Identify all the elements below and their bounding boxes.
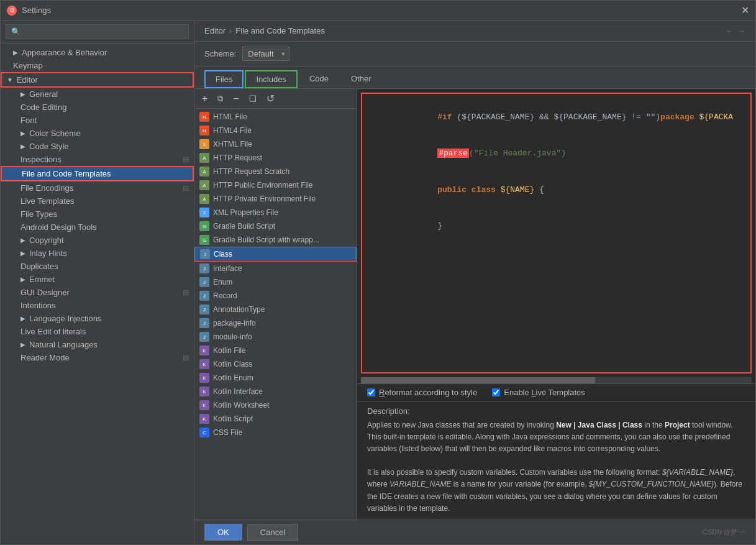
code-scrollbar-thumb[interactable] — [361, 377, 595, 383]
sidebar-item-inspections[interactable]: Inspections ▤ — [1, 153, 194, 166]
sidebar-item-label: Live Templates — [20, 196, 74, 206]
add-button[interactable]: + — [199, 92, 210, 106]
code-scrollbar-track — [361, 377, 752, 383]
file-item-kotlin-class[interactable]: K Kotlin Class — [194, 357, 357, 371]
sidebar-item-general[interactable]: ▶ General — [1, 88, 194, 101]
file-item-package-info[interactable]: J package-info — [194, 316, 357, 330]
interface-icon: J — [199, 263, 209, 273]
sidebar-item-natural-languages[interactable]: ▶ Natural Languages — [1, 338, 194, 351]
file-item-xhtml[interactable]: X XHTML File — [194, 137, 357, 151]
sidebar-item-label: Editor — [17, 75, 38, 85]
remove-button[interactable]: − — [230, 92, 241, 106]
reformat-checkbox[interactable] — [367, 388, 375, 396]
module-info-icon: J — [199, 332, 209, 342]
file-item-label: Kotlin Interface — [213, 387, 263, 396]
reader-mode-icon: ▤ — [183, 354, 189, 362]
sidebar-item-reader-mode[interactable]: Reader Mode ▤ — [1, 351, 194, 364]
tab-other[interactable]: Other — [340, 70, 382, 88]
sidebar-item-code-editing[interactable]: Code Editing — [1, 101, 194, 114]
file-item-label: HTTP Private Environment File — [213, 195, 316, 203]
ok-button[interactable]: OK — [204, 524, 242, 541]
search-input[interactable] — [6, 24, 189, 39]
sidebar-item-keymap[interactable]: Keymap — [1, 59, 194, 72]
gradle-wrapper-icon: G — [199, 235, 209, 245]
sidebar-item-label: Emmet — [29, 275, 55, 284]
file-item-class[interactable]: J Class — [194, 247, 357, 262]
tab-files[interactable]: Files — [204, 70, 244, 88]
http-pub-icon: A — [199, 180, 209, 190]
nav-back-icon[interactable]: ← — [726, 26, 734, 35]
copy-button[interactable]: ⧉ — [215, 93, 225, 105]
annotation-type-icon: J — [199, 305, 209, 314]
tab-code[interactable]: Code — [299, 70, 339, 88]
sidebar-item-code-style[interactable]: ▶ Code Style — [1, 140, 194, 153]
reset-button[interactable]: ↺ — [264, 91, 277, 106]
file-item-module-info[interactable]: J module-info — [194, 330, 357, 344]
file-item-kotlin-file[interactable]: K Kotlin File — [194, 344, 357, 357]
file-item-label: CSS File — [213, 428, 242, 437]
file-item-http-scratch[interactable]: A HTTP Request Scratch — [194, 165, 357, 178]
file-item-label: package-info — [213, 319, 256, 327]
arrow-icon: ▶ — [20, 143, 25, 150]
file-item-gradle-build[interactable]: G Gradle Build Script — [194, 219, 357, 233]
description-title: Description: — [367, 406, 745, 416]
sidebar-item-file-types[interactable]: File Types — [1, 208, 194, 221]
tab-includes[interactable]: Includes — [245, 70, 297, 88]
file-item-label: HTML4 File — [213, 126, 252, 135]
file-item-label: module-info — [213, 332, 252, 341]
sidebar-item-language-injections[interactable]: ▶ Language Injections — [1, 312, 194, 325]
reformat-checkbox-label[interactable]: Reformat according to style — [367, 388, 477, 397]
arrow-icon: ▶ — [13, 49, 18, 56]
file-item-kotlin-enum[interactable]: K Kotlin Enum — [194, 371, 357, 385]
keyword-public: public — [437, 185, 471, 195]
file-item-annotation-type[interactable]: J AnnotationType — [194, 303, 357, 316]
xhtml-file-icon: X — [199, 139, 209, 149]
file-item-gradle-wrapper[interactable]: G Gradle Build Script with wrapp... — [194, 233, 357, 247]
enable-live-label: Enable Live Templates — [504, 388, 585, 397]
enable-live-templates-checkbox[interactable] — [492, 388, 500, 396]
file-item-html4[interactable]: H HTML4 File — [194, 124, 357, 137]
file-item-kotlin-script[interactable]: K Kotlin Script — [194, 412, 357, 426]
file-item-interface[interactable]: J Interface — [194, 262, 357, 275]
sidebar-item-label: File and Code Templates — [22, 169, 111, 178]
file-item-css[interactable]: C CSS File — [194, 426, 357, 439]
sidebar-item-font[interactable]: Font — [1, 114, 194, 127]
sidebar-item-intentions[interactable]: Intentions — [1, 299, 194, 312]
sidebar-item-copyright[interactable]: ▶ Copyright — [1, 234, 194, 247]
sidebar-item-duplicates[interactable]: Duplicates — [1, 260, 194, 273]
sidebar-item-appearance[interactable]: ▶ Appearance & Behavior — [1, 46, 194, 59]
code-line-2: #parse("File Header.java") — [370, 135, 743, 172]
sidebar-item-android-design[interactable]: Android Design Tools — [1, 221, 194, 234]
sidebar-item-gui-designer[interactable]: GUI Designer ▤ — [1, 286, 194, 299]
sidebar-item-live-edit[interactable]: Live Edit of literals — [1, 325, 194, 338]
file-item-kotlin-worksheet[interactable]: K Kotlin Worksheet — [194, 398, 357, 412]
nav-forward-icon[interactable]: → — [737, 26, 745, 35]
file-item-xml-props[interactable]: X XML Properties File — [194, 206, 357, 219]
sidebar-item-label: Duplicates — [20, 262, 58, 271]
file-item-label: HTML File — [213, 112, 247, 121]
file-item-html[interactable]: H HTML File — [194, 110, 357, 124]
close-button[interactable]: ✕ — [741, 4, 749, 16]
file-item-http-priv-env[interactable]: A HTTP Private Environment File — [194, 192, 357, 206]
file-item-http-request[interactable]: A HTTP Request — [194, 151, 357, 165]
duplicate-button[interactable]: ❑ — [247, 93, 259, 104]
cancel-button[interactable]: Cancel — [247, 524, 298, 541]
http-priv-icon: A — [199, 194, 209, 204]
sidebar-item-color-scheme[interactable]: ▶ Color Scheme — [1, 127, 194, 140]
file-item-kotlin-interface[interactable]: K Kotlin Interface — [194, 385, 357, 398]
file-item-enum[interactable]: J Enum — [194, 275, 357, 289]
sidebar-item-emmet[interactable]: ▶ Emmet — [1, 273, 194, 286]
sidebar-item-live-templates[interactable]: Live Templates — [1, 195, 194, 208]
file-item-label: Kotlin Enum — [213, 373, 253, 382]
sidebar-item-file-code-templates[interactable]: File and Code Templates — [1, 166, 194, 181]
sidebar-item-inlay-hints[interactable]: ▶ Inlay Hints — [1, 247, 194, 260]
code-editor[interactable]: #if (${PACKAGE_NAME} && ${PACKAGE_NAME} … — [361, 93, 752, 373]
file-item-record[interactable]: J Record — [194, 289, 357, 303]
scheme-select[interactable]: Default — [242, 47, 289, 61]
sidebar-item-file-encodings[interactable]: File Encodings ▤ — [1, 181, 194, 195]
class-icon: J — [200, 249, 210, 259]
title-bar: ⚙ Settings ✕ — [1, 1, 755, 21]
file-item-http-pub-env[interactable]: A HTTP Public Environment File — [194, 178, 357, 192]
sidebar-item-editor[interactable]: ▼ Editor — [1, 72, 194, 88]
enable-live-templates-label[interactable]: Enable Live Templates — [492, 388, 585, 397]
